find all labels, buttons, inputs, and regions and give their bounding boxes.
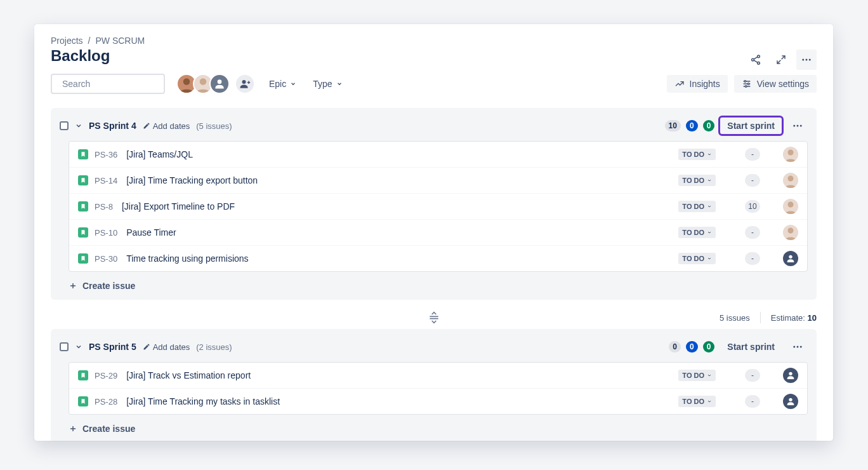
issue-estimate: [745, 226, 760, 239]
start-sprint-button[interactable]: Start sprint: [720, 338, 782, 356]
sprint-expand-toggle[interactable]: [75, 343, 82, 351]
sprint-header-right: 1000Start sprint: [665, 116, 808, 136]
issue-row[interactable]: PS-14[Jira] Time Tracking export buttonT…: [69, 167, 807, 193]
issue-row[interactable]: PS-8[Jira] Export Timeline to PDFTO DO 1…: [69, 193, 807, 219]
svg-point-38: [793, 346, 795, 348]
issue-assignee-none[interactable]: [783, 368, 798, 383]
create-issue-button[interactable]: Create issue: [60, 420, 808, 435]
start-sprint-button[interactable]: Start sprint: [720, 117, 782, 135]
svg-point-30: [788, 202, 794, 208]
issue-assignee[interactable]: [783, 147, 798, 162]
issue-assignee-none[interactable]: [783, 394, 798, 409]
svg-point-24: [800, 125, 802, 127]
chart-icon: [674, 79, 685, 89]
add-people-button[interactable]: [235, 74, 255, 94]
issue-assignee[interactable]: [783, 225, 798, 240]
issue-estimate: 10: [745, 200, 760, 213]
sprint-name: PS Sprint 4: [89, 121, 136, 131]
create-issue-label: Create issue: [82, 424, 135, 434]
svg-point-19: [744, 81, 746, 83]
issue-row[interactable]: PS-36[Jira] Teams/JQLTO DO: [69, 142, 807, 167]
svg-point-0: [758, 55, 760, 58]
issue-status[interactable]: TO DO: [678, 149, 716, 160]
breadcrumb-root[interactable]: Projects: [51, 36, 83, 46]
issue-title: Pause Timer: [126, 227, 176, 238]
issue-status[interactable]: TO DO: [678, 227, 716, 238]
share-icon: [750, 54, 761, 65]
count-pill-inprogress: 0: [686, 120, 698, 131]
svg-line-4: [754, 60, 758, 62]
issue-row[interactable]: PS-10Pause TimerTO DO: [69, 219, 807, 245]
more-actions-button[interactable]: [796, 50, 817, 70]
view-settings-button[interactable]: View settings: [734, 75, 817, 93]
insights-button[interactable]: Insights: [667, 75, 728, 93]
issue-row[interactable]: PS-28[Jira] Time Tracking my tasks in ta…: [69, 388, 807, 414]
svg-point-39: [797, 346, 799, 348]
issue-estimate: [745, 369, 760, 382]
issue-status[interactable]: TO DO: [678, 253, 716, 264]
issue-status[interactable]: TO DO: [678, 201, 716, 212]
svg-point-28: [788, 176, 794, 182]
issue-key: PS-10: [95, 228, 117, 238]
sprint-issue-count: (2 issues): [196, 342, 232, 352]
title-row: Backlog: [51, 46, 817, 74]
sliders-icon: [742, 79, 752, 89]
breadcrumb-project[interactable]: PW SCRUM: [95, 36, 145, 46]
issue-assignee-none[interactable]: [783, 251, 798, 266]
svg-point-14: [218, 79, 222, 84]
story-icon: [78, 149, 88, 159]
create-issue-button[interactable]: Create issue: [60, 277, 808, 292]
issue-key: PS-28: [95, 397, 117, 406]
svg-point-26: [788, 150, 794, 156]
story-icon: [78, 201, 88, 211]
toolbar-right: Insights View settings: [667, 75, 817, 93]
chevron-down-icon: [336, 81, 343, 87]
issue-title: [Jira] Track vs Estimation report: [126, 370, 251, 380]
issue-row[interactable]: PS-29[Jira] Track vs Estimation reportTO…: [69, 363, 807, 388]
svg-line-6: [777, 60, 780, 64]
count-pill-inprogress: 0: [686, 341, 698, 352]
issue-estimate: [745, 252, 760, 265]
issue-status[interactable]: TO DO: [678, 370, 716, 381]
svg-point-8: [806, 59, 808, 61]
share-button[interactable]: [746, 50, 766, 70]
epic-filter[interactable]: Epic: [266, 75, 299, 93]
search-input[interactable]: [61, 78, 174, 90]
header-actions: [746, 50, 817, 70]
chevron-down-icon: [290, 81, 296, 87]
sprint-select-checkbox[interactable]: [60, 121, 69, 130]
sprint-select-checkbox[interactable]: [60, 342, 69, 351]
issue-status[interactable]: TO DO: [678, 175, 716, 186]
svg-point-15: [242, 80, 246, 84]
view-settings-label: View settings: [757, 79, 809, 89]
sprint-more-button[interactable]: [787, 337, 808, 357]
issue-status[interactable]: TO DO: [678, 396, 716, 407]
sprint-expand-toggle[interactable]: [75, 122, 82, 130]
avatar-unassigned[interactable]: [209, 74, 230, 94]
svg-point-21: [745, 86, 747, 88]
issue-list: PS-29[Jira] Track vs Estimation reportTO…: [69, 362, 808, 415]
search-box[interactable]: [51, 74, 165, 94]
issue-row[interactable]: PS-30Time tracking using permisionsTO DO: [69, 245, 807, 271]
svg-point-33: [789, 255, 792, 258]
svg-point-13: [200, 78, 207, 85]
page-title: Backlog: [51, 47, 110, 65]
issue-assignee[interactable]: [783, 173, 798, 188]
sprint-issue-count: (5 issues): [196, 121, 232, 131]
create-issue-label: Create issue: [82, 281, 135, 291]
resize-handle[interactable]: [424, 311, 444, 325]
count-pill-todo: 10: [665, 120, 681, 131]
issue-estimate: [745, 174, 760, 187]
add-dates-button[interactable]: Add dates: [143, 342, 190, 352]
expand-icon: [776, 55, 786, 65]
add-dates-button[interactable]: Add dates: [143, 121, 190, 131]
story-icon: [78, 396, 88, 406]
issue-assignee[interactable]: [783, 199, 798, 214]
divider-estimate: Estimate: 10: [771, 313, 817, 323]
sprint-more-button[interactable]: [787, 116, 808, 136]
sprint-name: PS Sprint 5: [89, 342, 136, 352]
divider-summary: 5 issuesEstimate: 10: [720, 312, 817, 323]
type-filter[interactable]: Type: [310, 75, 345, 93]
svg-line-5: [782, 56, 785, 59]
fullscreen-button[interactable]: [771, 50, 791, 70]
